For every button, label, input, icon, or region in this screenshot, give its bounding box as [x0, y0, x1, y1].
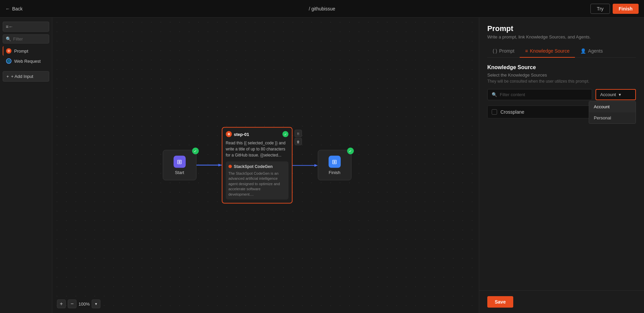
ks-option-account[interactable]: Account: [589, 101, 636, 112]
zoom-dropdown-button[interactable]: ▾: [92, 300, 100, 308]
tab-prompt-label: Prompt: [499, 48, 514, 54]
step-01-actions: ⎘ 🗑: [295, 130, 302, 145]
prompt-icon: ⚙: [6, 48, 11, 54]
finish-node-box[interactable]: ✓ ⊞ Finish: [318, 150, 351, 180]
canvas: ✓ ⊞ Start ⚙ step-01: [52, 18, 479, 313]
step-01-title: step-01: [234, 132, 249, 137]
agent-name: StackSpot CodeGen: [234, 164, 273, 169]
add-icon: +: [6, 74, 9, 79]
tab-agents-icon: 👤: [580, 48, 586, 54]
tab-agents-label: Agents: [588, 48, 603, 54]
ks-subtitle: Select the Knowledge Sources: [487, 73, 636, 78]
start-node-box[interactable]: ✓ ⊞ Start: [163, 150, 196, 180]
ks-search-input[interactable]: [500, 92, 588, 97]
finish-check-icon: ✓: [347, 148, 354, 154]
page-title: / githubissue: [309, 6, 335, 11]
ks-item-crossplane-label: Crossplane: [500, 109, 524, 115]
svg-marker-1: [218, 164, 222, 167]
agent-desc: The StackSpot CodeGen is an advanced art…: [228, 171, 286, 197]
step-prompt-icon: ⚙: [226, 131, 232, 137]
right-panel-body: Knowledge Source Select the Knowledge So…: [479, 58, 644, 290]
ks-filter-row: 🔍 Account ▾ Account Personal: [487, 89, 636, 100]
topbar-actions: Try Finish: [590, 4, 639, 14]
step-01-box[interactable]: ⚙ step-01 ✓ Read this {{ selected_code }…: [222, 127, 293, 204]
ks-section-title: Knowledge Source: [487, 64, 636, 70]
zoom-in-button[interactable]: +: [57, 300, 66, 308]
add-input-button[interactable]: + + Add Input: [3, 71, 49, 82]
right-panel-subtitle: Write a prompt, link Knowledge Sources, …: [487, 34, 636, 39]
canvas-bottom-bar: + − 100% ▾: [57, 300, 100, 308]
save-button[interactable]: Save: [487, 296, 513, 308]
web-icon: 🌐: [6, 58, 11, 64]
ks-dropdown[interactable]: Account ▾: [595, 89, 636, 100]
right-panel-tabs: ( ) Prompt ≡ Knowledge Source 👤 Agents: [487, 45, 636, 58]
back-button[interactable]: ← Back: [5, 6, 23, 11]
ks-search-box[interactable]: 🔍: [487, 89, 592, 100]
ks-checkbox-crossplane[interactable]: [492, 109, 497, 115]
main-layout: ≡← 🔍 ⚙ Prompt 🌐 Web Request + + Add Inpu…: [0, 18, 644, 313]
tab-prompt-icon: ( ): [493, 48, 497, 54]
right-panel-header: Prompt Write a prompt, link Knowledge So…: [479, 18, 644, 58]
back-arrow-icon: ←: [5, 6, 10, 11]
step-copy-button[interactable]: ⎘: [295, 130, 302, 137]
finish-icon: ⊞: [329, 155, 341, 168]
tab-knowledge-source[interactable]: ≡ Knowledge Source: [520, 45, 575, 58]
ks-dropdown-menu: Account Personal: [589, 101, 636, 124]
finish-button[interactable]: Finish: [613, 4, 639, 14]
right-panel-title: Prompt: [487, 24, 636, 33]
ks-dropdown-wrapper: Account ▾ Account Personal: [595, 89, 636, 100]
start-icon: ⊞: [174, 155, 186, 168]
flow-arrow-2: [293, 163, 318, 168]
right-panel-footer: Save: [479, 290, 644, 313]
step-01-text: Read this {{ selected_code }} and write …: [226, 140, 288, 158]
ks-description: They will be consulted when the user uti…: [487, 79, 636, 84]
back-label: Back: [12, 6, 23, 11]
sidebar-item-web-request[interactable]: 🌐 Web Request: [3, 56, 49, 66]
sidebar-item-prompt-label: Prompt: [14, 49, 28, 54]
finish-node: ✓ ⊞ Finish: [318, 150, 351, 180]
svg-marker-3: [314, 164, 318, 167]
sidebar-filter-input[interactable]: [13, 36, 46, 41]
zoom-out-button[interactable]: −: [68, 300, 76, 308]
sidebar-item-web-label: Web Request: [14, 59, 41, 64]
search-icon: 🔍: [6, 36, 11, 41]
right-panel: Prompt Write a prompt, link Knowledge So…: [479, 18, 644, 313]
ks-dropdown-value: Account: [600, 92, 616, 97]
chevron-down-icon: ▾: [619, 92, 621, 97]
try-button[interactable]: Try: [590, 4, 610, 14]
step-01-node: ⚙ step-01 ✓ Read this {{ selected_code }…: [222, 127, 293, 204]
tab-ks-label: Knowledge Source: [530, 48, 570, 54]
step-01-check-icon: ✓: [282, 131, 288, 137]
add-input-label: + Add Input: [11, 74, 33, 79]
sidebar: ≡← 🔍 ⚙ Prompt 🌐 Web Request + + Add Inpu…: [0, 18, 52, 313]
step-delete-button[interactable]: 🗑: [295, 138, 302, 145]
start-check-icon: ✓: [192, 148, 199, 154]
ks-option-personal[interactable]: Personal: [589, 112, 636, 123]
topbar: ← Back / githubissue Try Finish: [0, 0, 644, 18]
tab-prompt[interactable]: ( ) Prompt: [487, 45, 520, 58]
flow-arrow-1: [196, 163, 222, 168]
agent-dot: [228, 165, 232, 168]
finish-label: Finish: [329, 170, 340, 175]
sidebar-filter-box[interactable]: 🔍: [3, 34, 49, 44]
step-01-agent: StackSpot CodeGen The StackSpot CodeGen …: [226, 162, 288, 200]
ks-search-icon: 🔍: [492, 92, 497, 97]
sidebar-toggle-button[interactable]: ≡←: [3, 22, 49, 32]
start-label: Start: [175, 170, 184, 175]
tab-agents[interactable]: 👤 Agents: [575, 45, 608, 58]
tab-ks-icon: ≡: [525, 48, 528, 54]
start-node: ✓ ⊞ Start: [163, 150, 196, 180]
sidebar-items: ⚙ Prompt 🌐 Web Request: [3, 46, 49, 66]
zoom-level: 100%: [79, 302, 90, 307]
sidebar-toggle-icon: ≡←: [6, 24, 13, 29]
sidebar-item-prompt[interactable]: ⚙ Prompt: [3, 46, 49, 56]
